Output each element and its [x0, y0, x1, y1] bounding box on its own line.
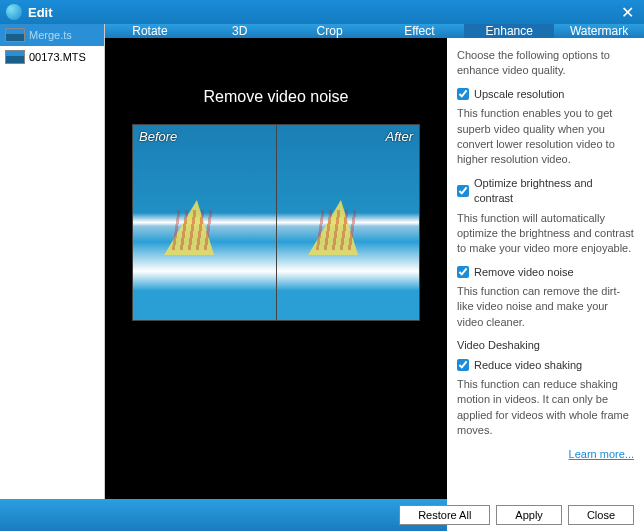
- windsurf-graphic: [308, 200, 366, 255]
- compare-view: Before After: [132, 124, 420, 321]
- noise-desc: This function can remove the dirt-like v…: [457, 284, 634, 330]
- apply-button[interactable]: Apply: [496, 505, 562, 525]
- upscale-desc: This function enables you to get superb …: [457, 106, 634, 168]
- tab-bar: Rotate 3D Crop Effect Enhance Watermark: [105, 24, 644, 38]
- deshake-desc: This function can reduce shaking motion …: [457, 377, 634, 439]
- title-bar: Edit ✕: [0, 0, 644, 24]
- file-thumbnail: [5, 28, 25, 42]
- deshake-heading: Video Deshaking: [457, 338, 634, 353]
- tab-3d[interactable]: 3D: [195, 24, 285, 38]
- deshake-label: Reduce video shaking: [474, 358, 582, 373]
- close-icon[interactable]: ✕: [617, 3, 638, 22]
- before-label: Before: [133, 129, 183, 144]
- after-pane: After: [276, 125, 419, 320]
- close-button[interactable]: Close: [568, 505, 634, 525]
- brightness-checkbox[interactable]: [457, 185, 469, 197]
- noise-checkbox[interactable]: [457, 266, 469, 278]
- tab-crop[interactable]: Crop: [285, 24, 375, 38]
- tab-watermark[interactable]: Watermark: [554, 24, 644, 38]
- before-pane: Before: [133, 125, 276, 320]
- brightness-label: Optimize brightness and contrast: [474, 176, 634, 207]
- tab-effect[interactable]: Effect: [374, 24, 464, 38]
- file-name: 00173.MTS: [29, 51, 86, 63]
- app-icon: [6, 4, 22, 20]
- upscale-checkbox[interactable]: [457, 88, 469, 100]
- panel-intro: Choose the following options to enhance …: [457, 48, 634, 79]
- deshake-option[interactable]: Reduce video shaking: [457, 358, 634, 373]
- file-item-merge[interactable]: Merge.ts: [0, 24, 104, 46]
- enhance-panel: Choose the following options to enhance …: [447, 38, 644, 531]
- file-sidebar: Merge.ts 00173.MTS: [0, 24, 105, 499]
- brightness-desc: This function will automatically optimiz…: [457, 211, 634, 257]
- file-name: Merge.ts: [29, 29, 72, 41]
- tab-rotate[interactable]: Rotate: [105, 24, 195, 38]
- upscale-option[interactable]: Upscale resolution: [457, 87, 634, 102]
- tab-enhance[interactable]: Enhance: [464, 24, 554, 38]
- learn-more-link[interactable]: Learn more...: [569, 448, 634, 460]
- windsurf-graphic: [164, 200, 222, 255]
- noise-option[interactable]: Remove video noise: [457, 265, 634, 280]
- after-label: After: [380, 129, 419, 144]
- upscale-label: Upscale resolution: [474, 87, 565, 102]
- window-title: Edit: [28, 5, 53, 20]
- file-thumbnail: [5, 50, 25, 64]
- preview-area: Remove video noise Before After: [105, 38, 447, 531]
- deshake-checkbox[interactable]: [457, 359, 469, 371]
- restore-all-button[interactable]: Restore All: [399, 505, 490, 525]
- brightness-option[interactable]: Optimize brightness and contrast: [457, 176, 634, 207]
- preview-title: Remove video noise: [204, 88, 349, 106]
- noise-label: Remove video noise: [474, 265, 574, 280]
- file-item-00173[interactable]: 00173.MTS: [0, 46, 104, 68]
